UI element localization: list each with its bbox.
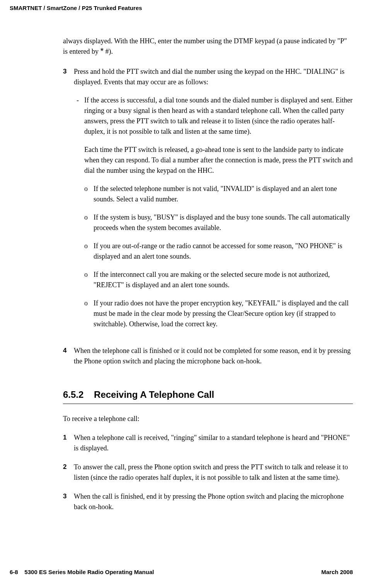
step-body: When the call is finished, end it by pre… xyxy=(74,491,353,512)
page-header: SMARTNET / SmartZone / P25 Trunked Featu… xyxy=(10,4,353,13)
dash-marker: - xyxy=(77,95,84,137)
circle-body: If the selected telephone number is not … xyxy=(94,184,353,205)
footer-manual-title: 5300 ES Series Mobile Radio Operating Ma… xyxy=(24,569,154,575)
step-body: To answer the call, press the Phone opti… xyxy=(74,462,353,483)
circle-marker: o xyxy=(84,241,94,262)
circle-item: o If your radio does not have the proper… xyxy=(84,298,353,329)
dash-item: - If the access is successful, a dial to… xyxy=(77,95,353,137)
step-body: Press and hold the PTT switch and dial t… xyxy=(74,66,353,337)
section-step-3: 3 When the call is finished, end it by p… xyxy=(63,491,353,512)
section-rule xyxy=(63,404,353,404)
circle-body: If the interconnect call you are making … xyxy=(94,269,353,290)
circle-item: o If you are out-of-range or the radio c… xyxy=(84,241,353,262)
section-number: 6.5.2 xyxy=(63,389,83,400)
step-number: 3 xyxy=(63,491,74,512)
circle-item: o If the system is busy, "BUSY" is displ… xyxy=(84,212,353,233)
step-intro-text: Press and hold the PTT switch and dial t… xyxy=(74,66,353,87)
section-title: Receiving A Telephone Call xyxy=(94,389,214,400)
footer-left: 6-8 5300 ES Series Mobile Radio Operatin… xyxy=(10,568,154,577)
circle-marker: o xyxy=(84,212,94,233)
circle-body: If the system is busy, "BUSY" is display… xyxy=(94,212,353,233)
step-body: When the telephone call is finished or i… xyxy=(74,346,353,366)
section-step-1: 1 When a telephone call is received, "ri… xyxy=(63,433,353,453)
step-number: 3 xyxy=(63,66,74,337)
asterisk-symbol: * xyxy=(100,46,104,56)
circle-marker: o xyxy=(84,269,94,290)
step-3: 3 Press and hold the PTT switch and dial… xyxy=(63,66,353,337)
circle-body: If you are out-of-range or the radio can… xyxy=(94,241,353,262)
page-footer: 6-8 5300 ES Series Mobile Radio Operatin… xyxy=(10,568,353,577)
dash-body: If the access is successful, a dial tone… xyxy=(84,95,353,137)
continuation-text-after: #). xyxy=(104,48,113,55)
sub-paragraph: Each time the PTT switch is released, a … xyxy=(84,145,353,176)
circle-marker: o xyxy=(84,298,94,329)
section-step-2: 2 To answer the call, press the Phone op… xyxy=(63,462,353,483)
step-number: 1 xyxy=(63,433,74,453)
footer-right: March 2008 xyxy=(321,568,353,577)
step-number: 4 xyxy=(63,346,74,366)
circle-item: o If the interconnect call you are makin… xyxy=(84,269,353,290)
footer-page-number: 6-8 xyxy=(10,569,18,575)
section-heading: 6.5.2 Receiving A Telephone Call xyxy=(63,388,353,402)
step-4: 4 When the telephone call is finished or… xyxy=(63,346,353,366)
page-content: always displayed. With the HHC, enter th… xyxy=(63,36,353,512)
continuation-paragraph: always displayed. With the HHC, enter th… xyxy=(63,36,353,57)
step-body: When a telephone call is received, "ring… xyxy=(74,433,353,453)
circle-marker: o xyxy=(84,184,94,205)
circle-item: o If the selected telephone number is no… xyxy=(84,184,353,205)
section-intro: To receive a telephone call: xyxy=(63,414,353,424)
step-number: 2 xyxy=(63,462,74,483)
circle-body: If your radio does not have the proper e… xyxy=(94,298,353,329)
